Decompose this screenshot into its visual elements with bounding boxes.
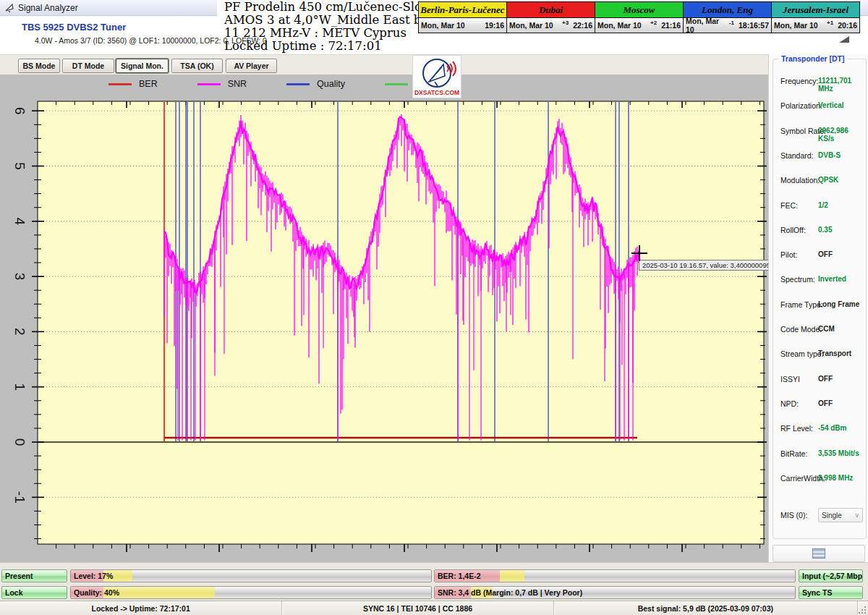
field-label-issyi: ISSYI [780,375,800,383]
clock-date: Mon, Mar 10 [774,21,818,30]
clock-date: Mon, Mar 10 [597,21,642,30]
field-label-rf-level: RF Level: [780,424,813,433]
clock-jerusalem-israel: Jerusalem-IsraelMon, Mar 10+120:16 [772,2,859,33]
status-sync: SYNC 16 | TEI 10746 | CC 1886 [282,601,553,615]
y-axis-label: 5 [12,162,27,170]
field-value-bitrate: 3,535 Mbit/s [818,449,859,457]
chevron-down-icon: ∨ [854,512,859,519]
toolbar: BS ModeDT ModeSignal Mon.TSA (OK)AV Play… [0,54,768,75]
gauge-fill [103,587,215,598]
field-value-stream-type: Transport [818,349,851,357]
field-label-standard: Standard: [780,151,814,160]
field-label-pilot: Pilot: [780,250,797,259]
quality-gauge-label: Quality: 40% [74,587,119,598]
field-value-rf-level: -54 dBm [818,424,846,432]
chart-canvas[interactable]: -10123456 [0,75,768,562]
panel-export-button[interactable] [773,545,865,562]
clock-time: 18:16:57 [739,21,769,30]
field-label-polarization: Polarization: [780,101,822,110]
ber-gauge: BER: 1,4E-2 [434,569,796,582]
transponder-groupbox: Transponder [DT] Frequency:11211,701 MHz… [773,59,867,539]
field-label-spectrum: Spectrum: [780,275,815,284]
clock-city: Berlin-Paris-Lučenec [419,2,506,18]
annotation-line-4: Locked Uptime : 72:17:01 [224,40,454,53]
quality-gauge: Quality: 40% [70,586,432,599]
mis-value: Single [822,512,842,519]
legend-swatch [385,83,408,85]
sync-ts-indicator: Sync TS [799,586,863,599]
tab-bs-mode[interactable]: BS Mode [18,59,60,73]
clock-time: 20:16 [838,21,857,30]
legend-swatch [109,83,132,85]
clock-berlin-paris-lu-enec: Berlin-Paris-LučenecMon, Mar 1019:16 [419,2,507,33]
field-label-frequency: Frequency: [780,77,819,85]
y-axis-label: 0 [12,438,27,446]
field-value-frame-type: Long Frame [818,300,859,308]
field-value-spectrum: Inverted [818,275,846,283]
legend-item-ber: BER [109,79,158,89]
status-best-signal: Best signal: 5,9 dB (2025-03-09 07:03) [554,601,858,615]
field-value-pilot: OFF [818,250,833,258]
clock-time: 21:16 [661,21,681,30]
lock-indicator-label: Lock [5,587,23,598]
field-value-polarization: Vertical [818,101,844,109]
input-indicator-label: Input (~2,57 Mbps) [802,570,863,582]
clock-utc-offset: -1 [729,20,734,26]
clock-city: Jerusalem-Israel [772,2,859,18]
clock-city: Moscow [595,2,683,18]
tab-av-player[interactable]: AV Player [226,59,277,73]
field-label-bitrate: BitRate: [780,449,807,458]
clock-time-row: Mon, Mar 10+120:16 [772,18,859,33]
clock-dubai: DubaiMon, Mar 10+322:16 [507,2,595,33]
clock-city: London, Eng [684,2,771,18]
legend-swatch [197,83,221,85]
input-indicator: Input (~2,57 Mbps) [799,569,863,582]
legend-swatch [286,83,310,85]
clock-utc-offset: +1 [827,20,833,26]
legend-label: Quality [317,79,345,89]
window-title: Signal Analyzer [18,3,78,13]
snr-gauge: SNR: 3,4 dB (Margin: 0,7 dB | Very Poor) [434,586,796,599]
signal-chart[interactable]: -10123456 BERSNRQualityLevel 2025-03-10 … [0,75,768,562]
ber-gauge-label: BER: 1,4E-2 [438,570,481,582]
clock-utc-offset: +2 [650,20,657,26]
field-value-modulation: QPSK [818,176,838,184]
logo-text: DXSATCS.COM [414,89,459,96]
field-label-modulation: Modulation: [780,176,820,184]
field-label-rolloff: RollOff: [780,226,806,234]
legend-label: BER [139,79,158,89]
field-label-code-mode: Code Mode: [780,325,822,334]
present-indicator-label: Present [5,570,33,582]
field-value-code-mode: CCM [818,325,835,333]
resize-grip[interactable] [858,601,868,615]
field-value-standard: DVB-S [818,151,841,159]
y-axis-label: 4 [12,218,27,226]
clock-time-row: Mon, Mar 10+322:16 [507,18,595,33]
tab-dt-mode[interactable]: DT Mode [62,59,114,73]
field-value-rolloff: 0.35 [818,226,832,234]
field-value-fec: 1/2 [818,201,828,209]
tab-signal-mon[interactable]: Signal Mon. [116,59,169,73]
transponder-title: Transponder [DT] [779,54,847,63]
y-axis-label: 1 [12,383,27,391]
legend-item-snr: SNR [197,79,247,89]
clock-date: Mon, Mar 10 [686,17,729,34]
mis-label: MIS (0): [780,511,807,519]
world-clocks: Berlin-Paris-LučenecMon, Mar 1019:16Duba… [418,1,860,33]
clock-time-row: Mon, Mar 10-118:16:57 [684,18,771,33]
clock-london-eng: London, EngMon, Mar 10-118:16:57 [684,2,772,33]
tuner-name: TBS 5925 DVBS2 Tuner [22,22,126,33]
clock-time: 22:16 [573,21,592,30]
app-dish-icon [4,3,14,13]
plot-area[interactable] [38,101,764,544]
dxsatcs-logo: DXSATCS.COM [412,55,461,98]
status-uptime: Locked -> Uptime: 72:17:01 [0,601,282,615]
level-gauge-label: Level: 17% [74,570,113,582]
snr-gauge-label: SNR: 3,4 dB (Margin: 0,7 dB | Very Poor) [438,587,582,598]
y-axis-label: 6 [12,107,27,115]
clock-date: Mon, Mar 10 [509,21,553,30]
clock-time-row: Mon, Mar 10+221:16 [595,18,683,33]
mis-dropdown[interactable]: Single∨ [818,508,863,522]
tab-tsa-ok[interactable]: TSA (OK) [171,59,223,73]
gauge-fill [500,570,525,582]
